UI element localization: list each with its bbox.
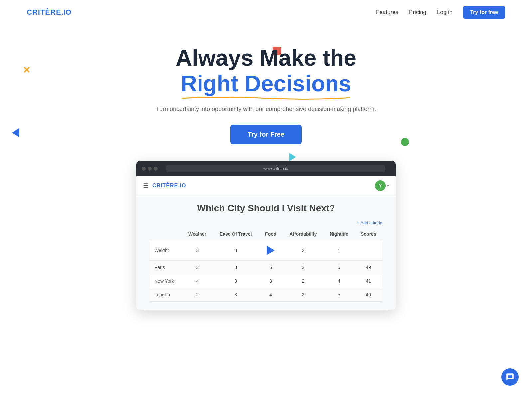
table-header-row: Weather Ease Of Travel Food Affordabilit… — [150, 228, 382, 240]
row-label: London — [150, 288, 182, 302]
underline-svg — [181, 96, 351, 100]
row-cell: 2 — [283, 288, 324, 302]
table-row: London2342540 — [150, 288, 382, 302]
chat-icon — [506, 373, 514, 381]
app-menu-icon[interactable]: ☰ — [143, 182, 148, 189]
hero-subtitle: Turn uncertainty into opportunity with o… — [27, 106, 505, 113]
nav-right: Features Pricing Log in Try for free — [376, 6, 505, 19]
browser-url-bar: www.critere.io — [166, 165, 385, 172]
app-avatar-wrap: Y ▾ — [375, 180, 389, 191]
hero-section: Always Make the Right Decisions Turn unc… — [0, 25, 532, 323]
row-cell: 2 — [182, 288, 213, 302]
hero-underline-wrap: Right Decisions — [181, 70, 351, 96]
criteria-table: Weather Ease Of Travel Food Affordabilit… — [150, 228, 382, 302]
row-cell: 3 — [283, 261, 324, 274]
browser-dots — [142, 167, 158, 171]
hero-heading-line2: Right Decisions — [181, 71, 351, 96]
row-cell: 3 — [213, 288, 259, 302]
app-logo: CRITÈRE.io — [152, 183, 186, 189]
table-row: New York4332441 — [150, 274, 382, 288]
nav-pricing-link[interactable]: Pricing — [409, 9, 426, 16]
row-cell: 5 — [259, 261, 283, 274]
chevron-down-icon: ▾ — [387, 183, 389, 188]
row-cell: 3 — [213, 274, 259, 288]
browser-dot-1 — [142, 167, 146, 171]
row-cell: 2 — [283, 240, 324, 261]
table-row: Paris3353549 — [150, 261, 382, 274]
app-body: Which City Should I Visit Next? + Add cr… — [136, 195, 396, 310]
nav-features-link[interactable]: Features — [376, 9, 398, 16]
play-button[interactable] — [265, 244, 277, 256]
row-cell: 4 — [324, 274, 355, 288]
row-cell: 1 — [324, 240, 355, 261]
row-cell: 40 — [355, 288, 382, 302]
row-label: Paris — [150, 261, 182, 274]
row-cell: 3 — [213, 240, 259, 261]
chat-support-button[interactable] — [501, 368, 519, 386]
browser-dot-2 — [148, 167, 152, 171]
logo: CRITÈRE.io — [27, 8, 72, 17]
app-decision-title: Which City Should I Visit Next? — [150, 203, 382, 214]
col-header-nightlife: Nightlife — [324, 228, 355, 240]
login-button[interactable]: Log in — [437, 9, 452, 16]
row-cell: 3 — [213, 261, 259, 274]
col-header-ease: Ease Of Travel — [213, 228, 259, 240]
row-cell — [355, 240, 382, 261]
row-label: Weight — [150, 240, 182, 261]
navbar: CRITÈRE.io Features Pricing Log in Try f… — [0, 0, 532, 25]
row-cell: 4 — [259, 288, 283, 302]
browser-url-text: www.critere.io — [263, 166, 288, 171]
hero-heading-line1: Always Make the — [176, 45, 356, 70]
col-header-food: Food — [259, 228, 283, 240]
hero-heading: Always Make the Right Decisions — [27, 45, 505, 96]
play-triangle-icon — [267, 246, 275, 255]
nav-try-free-button[interactable]: Try for free — [463, 6, 505, 19]
col-header-label — [150, 228, 182, 240]
col-header-afford: Affordability — [283, 228, 324, 240]
row-cell: 3 — [259, 274, 283, 288]
browser-bar: www.critere.io — [136, 161, 396, 176]
browser-content: ☰ CRITÈRE.io Y ▾ Which City Should I Vis… — [136, 176, 396, 310]
row-label: New York — [150, 274, 182, 288]
row-cell: 5 — [324, 261, 355, 274]
col-header-weather: Weather — [182, 228, 213, 240]
row-cell — [259, 240, 283, 261]
row-cell: 49 — [355, 261, 382, 274]
logo-text: CRITÈRE.io — [27, 8, 72, 16]
browser-dot-3 — [154, 167, 158, 171]
hero-heading-line2-text: Right Decisions — [181, 71, 351, 96]
col-header-scores: Scores — [355, 228, 382, 240]
row-cell: 41 — [355, 274, 382, 288]
row-cell: 4 — [182, 274, 213, 288]
row-cell: 3 — [182, 240, 213, 261]
app-navbar: ☰ CRITÈRE.io Y ▾ — [136, 176, 396, 195]
row-cell: 3 — [182, 261, 213, 274]
hero-cta-button[interactable]: Try for Free — [230, 125, 302, 144]
add-criteria-button[interactable]: + Add criteria — [150, 220, 382, 225]
table-row: Weight3321 — [150, 240, 382, 261]
row-cell: 5 — [324, 288, 355, 302]
app-avatar[interactable]: Y — [375, 180, 386, 191]
row-cell: 2 — [283, 274, 324, 288]
browser-mockup: www.critere.io ☰ CRITÈRE.io Y ▾ Which Ci… — [136, 161, 396, 310]
